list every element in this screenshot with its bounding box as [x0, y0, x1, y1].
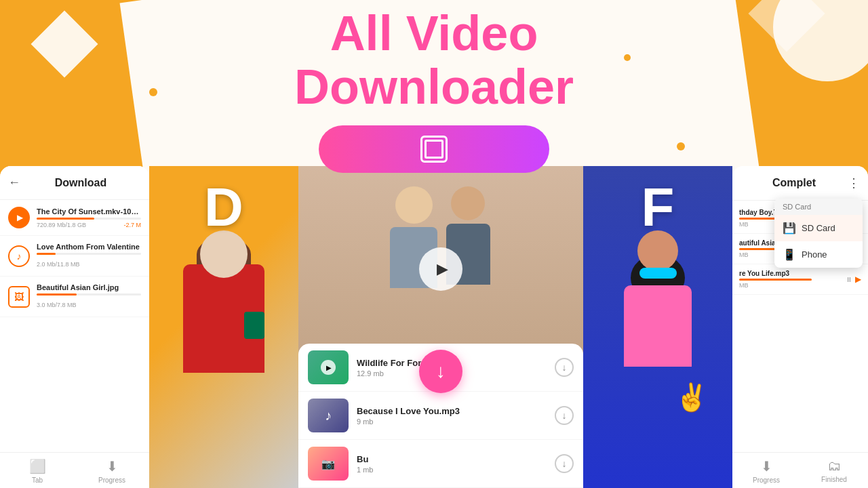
scan-icon — [420, 136, 448, 163]
dl-size: 9 mb — [357, 418, 547, 426]
girl-left-card: D — [149, 166, 298, 488]
music-thumb-icon: ♪ — [308, 399, 349, 432]
item-name: The City Of Sunset.mkv-1080p — [37, 207, 141, 216]
list-item[interactable]: 📷 Bu 1 mb ↓ — [298, 440, 583, 488]
music-icon: ♪ — [8, 245, 30, 267]
bottom-nav-right: ⬇ Progress 🗂 Finished — [732, 452, 868, 488]
sd-card-option[interactable]: 💾 SD Card — [774, 215, 863, 241]
phone-label: Phone — [802, 249, 827, 260]
thumb-photo: 📷 — [308, 447, 349, 481]
finished-icon: 🗂 — [827, 458, 841, 474]
progress-bar — [37, 218, 141, 220]
item-size: 720.89 Mb/1.8 GB — [37, 222, 86, 228]
phone-option[interactable]: 📱 Phone — [774, 241, 863, 268]
item-info: Beautiful Asian Girl.jpg 3.0 Mb/7.8 MB — [37, 283, 141, 310]
dl-name: Bu — [357, 454, 547, 464]
dl-info: Bu 1 mb — [357, 454, 547, 474]
comp-name: re You Life.mp3 — [739, 270, 840, 277]
completed-title: Complet — [741, 177, 848, 189]
center-card: ▶ Wildlife For Forest.mp4 12.9 mb ↓ ♪ Be… — [298, 166, 583, 488]
sd-card-icon: 💾 — [783, 222, 796, 235]
camera-icon: 📷 — [321, 458, 335, 470]
download-title: Download — [20, 177, 141, 189]
phone-icon: 📱 — [783, 248, 796, 261]
letter-overlay-f: F — [583, 166, 732, 488]
menu-button[interactable]: ⋮ — [848, 176, 860, 190]
big-letter-f: F — [642, 176, 675, 239]
dl-name: Because I Love You.mp3 — [357, 406, 547, 416]
sd-card-dropdown: SD Card 💾 SD Card 📱 Phone — [774, 199, 863, 268]
letter-overlay-d: D — [149, 166, 298, 488]
play-button-center[interactable] — [419, 247, 462, 291]
progress-fill — [37, 218, 94, 220]
download-fab-button[interactable] — [419, 350, 462, 393]
sd-card-label: SD Card — [802, 223, 835, 233]
thumb-play-icon: ▶ — [321, 360, 336, 375]
download-card: ← Download The City Of Sunset.mkv-1080p … — [0, 166, 149, 488]
item-size: 3.0 Mb/7.8 MB — [37, 302, 77, 308]
back-button[interactable]: ← — [8, 176, 20, 190]
progress-bar — [37, 293, 141, 296]
finished-label: Finished — [821, 476, 847, 483]
comp-controls: ⏸ ▶ — [846, 274, 861, 284]
completed-item-3[interactable]: re You Life.mp3 MB ⏸ ▶ — [732, 264, 868, 295]
progress-label-right: Progress — [753, 476, 780, 484]
item-size: 2.0 Mb/11.8 MB — [37, 261, 80, 268]
play-button[interactable] — [8, 207, 30, 228]
progress-label: Progress — [98, 476, 125, 484]
list-item[interactable]: ♪ Because I Love You.mp3 9 mb ↓ — [298, 392, 583, 440]
play-icon-sm[interactable]: ▶ — [855, 274, 861, 284]
progress-icon: ⬇ — [106, 458, 118, 474]
deco-dot-2 — [677, 142, 685, 150]
cards-area: ← Download The City Of Sunset.mkv-1080p … — [0, 166, 868, 488]
download-arrow[interactable]: ↓ — [555, 406, 574, 425]
item-speed: -2.7 M — [123, 222, 141, 228]
progress-fill — [37, 253, 56, 255]
nav-progress-right[interactable]: ⬇ Progress — [732, 453, 800, 488]
pause-icon[interactable]: ⏸ — [846, 276, 852, 283]
scan-bar[interactable] — [319, 125, 549, 173]
download-item-video[interactable]: The City Of Sunset.mkv-1080p 720.89 Mb/1… — [0, 200, 149, 236]
image-icon: 🖼 — [8, 286, 30, 308]
download-item-music[interactable]: ♪ Love Anthom From Valentine 2.0 Mb/11.8… — [0, 236, 149, 277]
item-info: The City Of Sunset.mkv-1080p 720.89 Mb/1… — [37, 207, 141, 228]
thumb-video: ▶ — [308, 350, 349, 384]
dl-info: Because I Love You.mp3 9 mb — [357, 406, 547, 426]
thumb-music: ♪ — [308, 399, 349, 432]
completed-card-header: Complet ⋮ — [732, 166, 868, 201]
progress-bar — [37, 253, 141, 255]
download-item-image[interactable]: 🖼 Beautiful Asian Girl.jpg 3.0 Mb/7.8 MB — [0, 277, 149, 317]
comp-size: MB — [739, 282, 840, 289]
download-arrow[interactable]: ↓ — [555, 358, 574, 377]
item-name: Love Anthom From Valentine — [37, 243, 141, 251]
comp-progress-bar — [739, 279, 812, 281]
card-header: ← Download — [0, 166, 149, 200]
progress-icon-right: ⬇ — [761, 458, 772, 474]
tab-icon: ⬜ — [29, 458, 46, 474]
bottom-nav-left: ⬜ Tab ⬇ Progress — [0, 452, 149, 488]
girl-right-card: F ✌️ — [583, 166, 732, 488]
sd-dropdown-header: SD Card — [774, 199, 863, 215]
tab-label: Tab — [32, 476, 43, 484]
nav-tab[interactable]: ⬜ Tab — [0, 453, 75, 488]
item-name: Beautiful Asian Girl.jpg — [37, 283, 141, 291]
big-letter-d: D — [204, 176, 243, 239]
download-arrow[interactable]: ↓ — [555, 454, 574, 473]
progress-fill — [37, 293, 77, 296]
header: All Video Downloader — [0, 7, 868, 114]
item-info: Love Anthom From Valentine 2.0 Mb/11.8 M… — [37, 243, 141, 269]
nav-finished[interactable]: 🗂 Finished — [800, 453, 868, 488]
app-title: All Video Downloader — [0, 7, 868, 114]
nav-progress[interactable]: ⬇ Progress — [75, 453, 149, 488]
completed-card: Complet ⋮ SD Card 💾 SD Card 📱 Phone thda… — [732, 166, 868, 488]
dl-size: 1 mb — [357, 466, 547, 474]
